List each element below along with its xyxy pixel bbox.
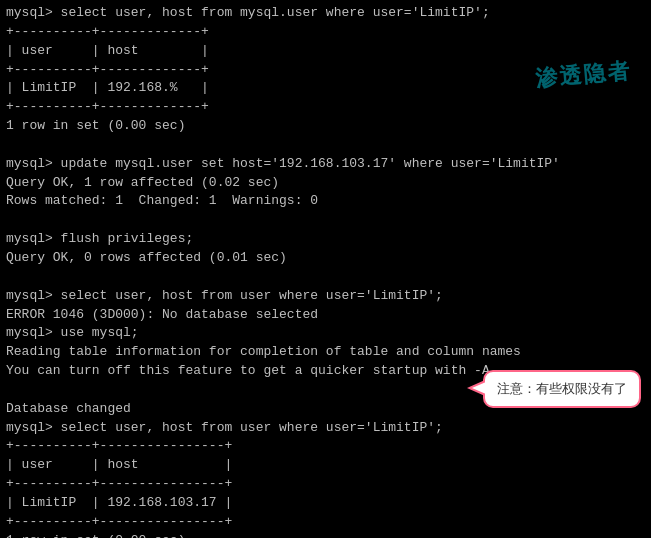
row-count-2: 1 row in set (0.00 sec) — [6, 532, 645, 538]
blank-2 — [6, 211, 645, 230]
table-border-3: +----------+-------------+ — [6, 98, 645, 117]
flush-cmd: mysql> flush privileges; — [6, 230, 645, 249]
query-ok-1: Query OK, 1 row affected (0.02 sec) — [6, 174, 645, 193]
select-user-err: mysql> select user, host from user where… — [6, 287, 645, 306]
tooltip-text: 注意：有些权限没有了 — [497, 381, 627, 396]
table-border-4: +----------+----------------+ — [6, 437, 645, 456]
rows-matched: Rows matched: 1 Changed: 1 Warnings: 0 — [6, 192, 645, 211]
table-border-1: +----------+-------------+ — [6, 23, 645, 42]
reading-table: Reading table information for completion… — [6, 343, 645, 362]
use-mysql: mysql> use mysql; — [6, 324, 645, 343]
tooltip-box: 注意：有些权限没有了 — [483, 370, 641, 408]
error-line: ERROR 1046 (3D000): No database selected — [6, 306, 645, 325]
table-border-6: +----------+----------------+ — [6, 513, 645, 532]
table-header-1: | user | host | — [6, 42, 645, 61]
blank-1 — [6, 136, 645, 155]
row-count-1: 1 row in set (0.00 sec) — [6, 117, 645, 136]
table-row-1: | LimitIP | 192.168.% | — [6, 79, 645, 98]
query-ok-2: Query OK, 0 rows affected (0.01 sec) — [6, 249, 645, 268]
table-border-5: +----------+----------------+ — [6, 475, 645, 494]
line-1: mysql> select user, host from mysql.user… — [6, 4, 645, 23]
update-cmd: mysql> update mysql.user set host='192.1… — [6, 155, 645, 174]
blank-3 — [6, 268, 645, 287]
table-header-2: | user | host | — [6, 456, 645, 475]
select-user-ok: mysql> select user, host from user where… — [6, 419, 645, 438]
table-border-2: +----------+-------------+ — [6, 61, 645, 80]
table-row-2: | LimitIP | 192.168.103.17 | — [6, 494, 645, 513]
terminal: mysql> select user, host from mysql.user… — [0, 0, 651, 538]
